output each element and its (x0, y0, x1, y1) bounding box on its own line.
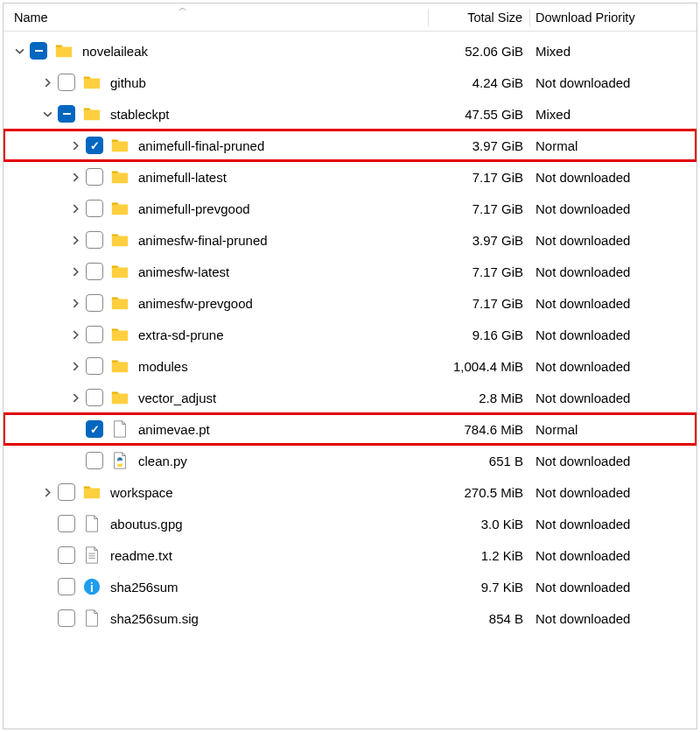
checkbox[interactable] (58, 105, 75, 123)
tree-row[interactable]: clean.py651 BNot downloaded (4, 445, 696, 476)
tree-row[interactable]: sha256sum.sig854 BNot downloaded (4, 602, 696, 634)
column-name[interactable]: Name ︿ (4, 11, 428, 25)
item-size: 52.06 GiB (430, 44, 530, 59)
folder-icon (110, 199, 130, 218)
checkbox[interactable] (86, 294, 103, 312)
item-name: extra-sd-prune (138, 327, 224, 342)
item-name: animesfw-prevgood (138, 296, 253, 311)
item-name: animefull-latest (138, 170, 227, 185)
item-priority: Not downloaded (530, 75, 696, 90)
folder-icon (110, 262, 130, 281)
cell-name: github (4, 73, 430, 92)
tree-row[interactable]: animesfw-final-pruned3.97 GiBNot downloa… (4, 224, 696, 256)
checkbox[interactable] (86, 263, 103, 280)
tree-row[interactable]: animefull-prevgood7.17 GiBNot downloaded (4, 193, 696, 224)
tree-row[interactable]: animesfw-latest7.17 GiBNot downloaded (4, 256, 696, 287)
item-priority: Not downloaded (530, 454, 696, 468)
checkbox[interactable] (58, 74, 75, 91)
item-priority: Not downloaded (530, 233, 696, 248)
tree-row[interactable]: modules1,004.4 MiBNot downloaded (4, 350, 696, 382)
chevron-right-icon[interactable] (65, 393, 86, 403)
tree-row[interactable]: animefull-final-pruned3.97 GiBNormal (4, 130, 696, 161)
item-name: vector_adjust (138, 391, 216, 405)
folder-icon (54, 41, 74, 60)
cell-name: vector_adjust (4, 388, 430, 407)
checkbox[interactable] (86, 357, 103, 375)
tree-row[interactable]: animesfw-prevgood7.17 GiBNot downloaded (4, 287, 696, 319)
checkbox[interactable] (86, 231, 103, 249)
chevron-right-icon[interactable] (37, 488, 58, 497)
file-icon (82, 609, 102, 628)
folder-icon (110, 167, 130, 187)
tree-row[interactable]: stableckpt47.55 GiBMixed (4, 98, 696, 130)
item-size: 784.6 MiB (430, 422, 530, 437)
column-priority-label: Download Priority (536, 11, 635, 25)
item-size: 3.0 KiB (430, 517, 530, 531)
folder-icon (82, 73, 102, 92)
text-file-icon (82, 545, 102, 565)
chevron-right-icon[interactable] (65, 236, 86, 245)
tree-row[interactable]: github4.24 GiBNot downloaded (4, 67, 696, 98)
chevron-down-icon[interactable] (9, 46, 30, 56)
cell-name: sha256sum.sig (4, 609, 430, 628)
item-size: 4.24 GiB (430, 75, 530, 90)
item-name: animevae.pt (138, 422, 210, 437)
cell-name: modules (4, 356, 430, 376)
cell-name: novelaileak (4, 41, 430, 60)
checkbox[interactable] (86, 200, 103, 217)
checkbox[interactable] (58, 546, 75, 564)
item-size: 1,004.4 MiB (430, 359, 530, 374)
column-size[interactable]: Total Size (429, 11, 529, 25)
checkbox[interactable] (86, 420, 103, 438)
tree-row[interactable]: workspace270.5 MiBNot downloaded (4, 476, 696, 508)
checkbox[interactable] (86, 137, 103, 154)
chevron-right-icon[interactable] (65, 267, 86, 277)
checkbox[interactable] (58, 515, 75, 532)
cell-name: animefull-final-pruned (4, 136, 430, 155)
chevron-right-icon[interactable] (65, 141, 86, 151)
column-name-label: Name (14, 11, 48, 25)
folder-icon (110, 325, 130, 344)
checkbox[interactable] (30, 42, 47, 60)
item-priority: Not downloaded (530, 517, 696, 531)
tree-row[interactable]: animefull-latest7.17 GiBNot downloaded (4, 161, 696, 193)
tree-row[interactable]: readme.txt1.2 KiBNot downloaded (4, 539, 696, 571)
checkbox[interactable] (58, 609, 75, 627)
chevron-right-icon[interactable] (65, 299, 86, 308)
item-priority: Not downloaded (530, 548, 696, 563)
chevron-right-icon[interactable] (37, 78, 58, 88)
tree-row[interactable]: extra-sd-prune9.16 GiBNot downloaded (4, 319, 696, 350)
cell-name: workspace (4, 482, 430, 502)
chevron-right-icon[interactable] (65, 362, 86, 371)
item-priority: Not downloaded (530, 359, 696, 374)
cell-name: aboutus.gpg (4, 514, 430, 533)
item-name: animesfw-latest (138, 264, 229, 279)
chevron-right-icon[interactable] (65, 204, 86, 214)
checkbox[interactable] (86, 452, 103, 469)
item-priority: Not downloaded (530, 327, 696, 342)
checkbox[interactable] (86, 326, 103, 343)
chevron-right-icon[interactable] (65, 172, 86, 182)
chevron-down-icon[interactable] (37, 109, 58, 119)
item-name: stableckpt (110, 107, 170, 122)
checkbox[interactable] (86, 168, 103, 186)
item-size: 854 B (430, 611, 530, 626)
chevron-right-icon[interactable] (65, 330, 86, 340)
item-priority: Mixed (530, 107, 696, 122)
item-priority: Normal (530, 422, 696, 437)
folder-icon (110, 136, 130, 155)
item-priority: Not downloaded (530, 170, 696, 185)
tree-row[interactable]: sha256sum9.7 KiBNot downloaded (4, 571, 696, 602)
tree-row[interactable]: novelaileak52.06 GiBMixed (4, 35, 696, 67)
tree-row[interactable]: vector_adjust2.8 MiBNot downloaded (4, 382, 696, 413)
item-size: 9.16 GiB (430, 327, 530, 342)
item-name: novelaileak (82, 44, 148, 59)
tree-row[interactable]: aboutus.gpg3.0 KiBNot downloaded (4, 508, 696, 539)
tree-row[interactable]: animevae.pt784.6 MiBNormal (4, 413, 696, 445)
item-name: clean.py (138, 454, 187, 468)
checkbox[interactable] (58, 483, 75, 501)
checkbox[interactable] (86, 389, 103, 406)
column-priority[interactable]: Download Priority (530, 11, 696, 25)
folder-icon (82, 482, 102, 502)
checkbox[interactable] (58, 578, 75, 595)
